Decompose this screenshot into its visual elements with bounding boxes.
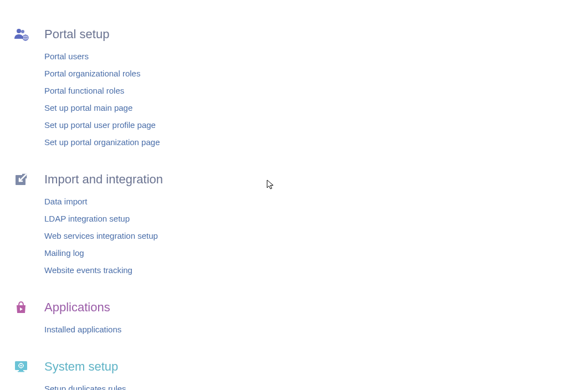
shopping-bag-icon <box>13 300 29 315</box>
section-title-portal-setup: Portal setup <box>44 27 109 42</box>
link-set-up-portal-main-page[interactable]: Set up portal main page <box>44 99 588 116</box>
link-portal-organizational-roles[interactable]: Portal organizational roles <box>44 65 588 82</box>
link-mailing-log[interactable]: Mailing log <box>44 244 588 261</box>
section-items: Installed applications <box>44 321 588 338</box>
svg-rect-9 <box>19 370 23 371</box>
link-web-services-integration-setup[interactable]: Web services integration setup <box>44 227 588 244</box>
section-title-applications: Applications <box>44 300 110 315</box>
section-title-system-setup: System setup <box>44 360 118 374</box>
link-set-up-portal-organization-page[interactable]: Set up portal organization page <box>44 134 588 151</box>
monitor-gear-icon <box>13 359 29 374</box>
section-items: Portal users Portal organizational roles… <box>44 48 588 151</box>
link-website-events-tracking[interactable]: Website events tracking <box>44 261 588 279</box>
section-header: System setup <box>13 359 588 374</box>
link-portal-users[interactable]: Portal users <box>44 48 588 65</box>
section-header: Applications <box>13 300 588 315</box>
svg-point-12 <box>21 365 22 367</box>
svg-point-0 <box>17 29 21 33</box>
svg-rect-10 <box>18 371 24 372</box>
section-portal-setup: Portal setup Portal users Portal organiz… <box>13 27 588 151</box>
link-installed-applications[interactable]: Installed applications <box>44 321 588 338</box>
section-header: Import and integration <box>13 172 588 187</box>
link-set-up-portal-user-profile-page[interactable]: Set up portal user profile page <box>44 116 588 134</box>
link-setup-duplicates-rules[interactable]: Setup duplicates rules <box>44 380 588 390</box>
link-data-import[interactable]: Data import <box>44 193 588 210</box>
import-icon <box>13 172 29 187</box>
section-header: Portal setup <box>13 27 588 42</box>
section-import-integration: Import and integration Data import LDAP … <box>13 172 588 279</box>
section-applications: Applications Installed applications <box>13 300 588 338</box>
section-items: Setup duplicates rules <box>44 380 588 390</box>
portal-users-icon <box>13 27 29 42</box>
svg-point-1 <box>21 30 24 33</box>
section-system-setup: System setup Setup duplicates rules <box>13 359 588 390</box>
link-portal-functional-roles[interactable]: Portal functional roles <box>44 82 588 99</box>
link-ldap-integration-setup[interactable]: LDAP integration setup <box>44 210 588 227</box>
section-items: Data import LDAP integration setup Web s… <box>44 193 588 279</box>
section-title-import-integration: Import and integration <box>44 172 163 187</box>
